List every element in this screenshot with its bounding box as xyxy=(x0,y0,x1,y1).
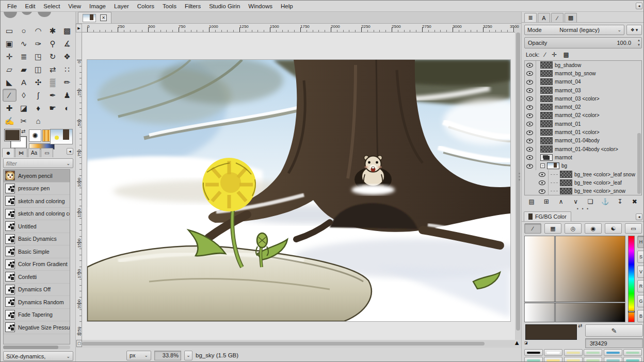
tool-button[interactable]: ▣ xyxy=(3,37,17,50)
visibility-eye-icon[interactable] xyxy=(526,112,534,119)
pick-color-button[interactable]: ✎ xyxy=(585,324,643,337)
visibility-eye-icon[interactable] xyxy=(526,87,534,93)
zoom-input[interactable]: 33.8% xyxy=(154,351,181,360)
fgbg-color-tab[interactable]: FG/BG Color xyxy=(524,211,571,221)
tool-button[interactable]: ▩ xyxy=(60,24,74,37)
visibility-eye-icon[interactable] xyxy=(526,104,534,110)
layer-row[interactable]: marmot_01 <color> xyxy=(525,128,641,136)
layer-row[interactable]: bg_shadow xyxy=(525,61,641,69)
dock-separator-grip[interactable]: • • • xyxy=(522,207,644,211)
visibility-eye-icon[interactable] xyxy=(526,163,534,169)
dynamics-list-item[interactable]: Basic Simple xyxy=(4,245,70,258)
horizontal-ruler[interactable]: 0250500750100012501500175020002250250027… xyxy=(82,24,515,32)
opacity-slider[interactable]: Opacity 100.0 ▲▼ xyxy=(524,37,642,48)
tool-button[interactable]: ∡ xyxy=(60,37,74,50)
dialog-tab[interactable]: ☻ xyxy=(2,148,14,157)
dynamics-preset-combo[interactable]: SiXe-dynamics, ⌄ xyxy=(3,351,73,361)
lock-icon[interactable]: ∕ xyxy=(544,51,545,58)
color-selector-button[interactable]: ▭ xyxy=(625,223,642,234)
mode-options-button[interactable]: ❖▾ xyxy=(626,25,642,35)
layers-footer-button[interactable]: ❏ xyxy=(585,197,596,206)
tool-button[interactable]: ◊ xyxy=(17,89,31,102)
tool-button[interactable]: ↻ xyxy=(46,50,60,63)
layer-row[interactable]: marmot_01 xyxy=(525,120,641,128)
color-history-swatch[interactable] xyxy=(623,349,642,356)
visibility-eye-icon[interactable] xyxy=(526,146,534,152)
dialog-tab[interactable]: ▩ xyxy=(565,13,577,22)
visibility-eye-icon[interactable] xyxy=(526,79,534,85)
layer-row[interactable]: − bg xyxy=(525,162,641,170)
layer-row[interactable]: bg_tree <color>_leaf snow xyxy=(525,170,641,178)
layer-row[interactable]: marmot_03 xyxy=(525,86,641,94)
visibility-eye-icon[interactable] xyxy=(526,121,534,127)
unit-combo[interactable]: px ⌄ xyxy=(126,351,151,360)
dialog-tab[interactable]: Aa xyxy=(28,148,40,157)
visibility-eye-icon[interactable] xyxy=(538,179,546,186)
tab-menu-button[interactable]: ◂ xyxy=(636,213,642,220)
tool-button[interactable]: ▱ xyxy=(3,63,17,76)
active-image-thumbnail[interactable] xyxy=(50,129,73,144)
menu-item[interactable]: View xyxy=(65,2,85,10)
group-expander-icon[interactable]: − xyxy=(540,163,545,168)
color-history-swatch[interactable] xyxy=(544,357,562,362)
default-colors-icon[interactable]: ◪ xyxy=(524,341,528,345)
color-history-swatch[interactable] xyxy=(584,357,602,362)
ruler-origin-button[interactable]: ▶ xyxy=(76,24,82,32)
layers-footer-button[interactable]: ∨ xyxy=(570,197,582,206)
navigation-button[interactable]: ▲ xyxy=(513,339,520,347)
tool-button[interactable]: ▒ xyxy=(46,76,60,89)
channel-button[interactable]: S xyxy=(637,251,644,263)
color-history-swatch[interactable] xyxy=(584,349,602,356)
dynamics-list-item[interactable]: sketch and coloring xyxy=(4,195,70,208)
artwork-canvas[interactable] xyxy=(87,60,510,321)
menu-item[interactable]: Filters xyxy=(181,2,204,10)
current-color-swatch[interactable] xyxy=(525,324,577,340)
tool-button[interactable]: ⚲ xyxy=(46,37,60,50)
tool-button[interactable]: ∷ xyxy=(60,63,74,76)
channel-button[interactable]: R xyxy=(637,280,644,292)
tool-button[interactable]: ✂ xyxy=(17,114,31,127)
color-selector-button[interactable]: ∕ xyxy=(524,223,541,234)
tool-button[interactable]: ≣ xyxy=(17,50,31,63)
menu-item[interactable]: Image xyxy=(86,2,109,10)
tool-button[interactable]: ʃ xyxy=(31,89,45,102)
color-history-swatch[interactable] xyxy=(604,357,622,362)
tool-button[interactable]: ⇄ xyxy=(46,63,60,76)
dynamics-list-item[interactable]: Dynamics Random xyxy=(4,296,70,309)
swap-colors-icon[interactable]: ⇄ xyxy=(578,323,582,328)
layer-row[interactable]: marmot_bg_snow xyxy=(525,69,641,77)
horizontal-scrollbar[interactable] xyxy=(82,341,515,347)
tool-button[interactable]: ✱ xyxy=(46,24,60,37)
tool-button[interactable]: ✒ xyxy=(46,89,60,102)
tool-button[interactable]: ✚ xyxy=(3,102,17,114)
dialog-tab[interactable]: ∕ xyxy=(551,13,564,22)
vertical-ruler[interactable]: 0250500750100012501500175020002250 xyxy=(76,32,82,340)
hex-input[interactable]: 3f3429 xyxy=(585,338,643,348)
channel-button[interactable]: H xyxy=(637,236,644,248)
color-selector-button[interactable]: ◎ xyxy=(565,223,582,234)
tool-button[interactable]: ✏ xyxy=(60,76,74,89)
dynamics-list-item[interactable]: sketch and coloring copy xyxy=(4,208,70,221)
layer-row[interactable]: marmot_03 <color> xyxy=(525,94,641,103)
zoom-dropdown-button[interactable]: ⌄ xyxy=(184,351,192,360)
dynamics-list-item[interactable]: Confetti xyxy=(4,271,70,284)
layer-row[interactable]: marmot_02 <color> xyxy=(525,111,641,120)
tool-button[interactable]: ▰ xyxy=(17,63,31,76)
swap-colors-icon[interactable]: ⇄ xyxy=(21,128,25,134)
color-history-swatch[interactable] xyxy=(524,349,543,356)
color-selector-button[interactable]: ☯ xyxy=(605,223,622,234)
canvas-viewport[interactable] xyxy=(82,32,515,340)
tool-button[interactable]: ◫ xyxy=(31,63,45,76)
close-icon[interactable]: ✕ xyxy=(100,14,107,21)
dock-grip[interactable] xyxy=(518,171,520,182)
color-history-swatch[interactable] xyxy=(544,349,562,356)
visibility-eye-icon[interactable] xyxy=(526,95,534,102)
layer-row[interactable]: marmot_01-04body xyxy=(525,137,641,145)
layers-footer-button[interactable]: ∧ xyxy=(555,197,567,206)
layer-row[interactable]: marmot_01-04body <color> xyxy=(525,145,641,153)
visibility-eye-icon[interactable] xyxy=(526,154,534,160)
layers-footer-button[interactable]: ⊞ xyxy=(541,197,552,206)
dynamics-list-item[interactable]: Negative Size Pressure xyxy=(4,321,70,334)
tab-menu-button[interactable]: ◂ xyxy=(636,3,642,9)
dynamics-list-item[interactable]: pressure pen xyxy=(4,183,70,195)
